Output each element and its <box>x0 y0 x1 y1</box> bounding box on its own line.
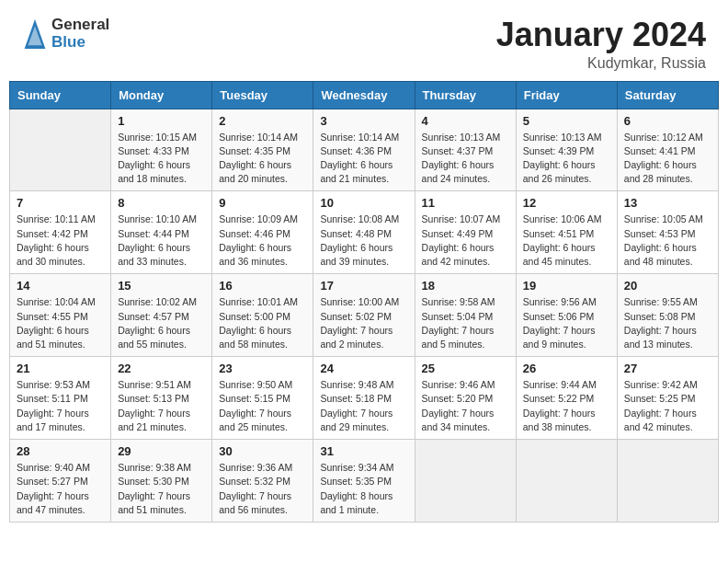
day-number: 14 <box>17 279 104 293</box>
calendar-cell: 11Sunrise: 10:07 AMSunset: 4:49 PMDaylig… <box>415 191 516 274</box>
weekday-header-wednesday: Wednesday <box>313 81 415 109</box>
day-info: Sunrise: 10:02 AMSunset: 4:57 PMDaylight… <box>118 295 205 351</box>
logo-general-text: General <box>51 17 109 34</box>
calendar-container: SundayMondayTuesdayWednesdayThursdayFrid… <box>0 81 728 532</box>
day-info: Sunrise: 10:06 AMSunset: 4:51 PMDaylight… <box>523 213 610 269</box>
day-info: Sunrise: 9:40 AMSunset: 5:27 PMDaylight:… <box>17 461 104 517</box>
day-number: 24 <box>320 362 407 375</box>
day-number: 6 <box>624 114 711 128</box>
calendar-cell: 1Sunrise: 10:15 AMSunset: 4:33 PMDayligh… <box>111 109 212 191</box>
day-number: 12 <box>523 196 610 210</box>
calendar-cell: 17Sunrise: 10:00 AMSunset: 5:02 PMDaylig… <box>313 274 415 357</box>
calendar-cell: 15Sunrise: 10:02 AMSunset: 4:57 PMDaylig… <box>111 274 212 357</box>
day-info: Sunrise: 9:44 AMSunset: 5:22 PMDaylight:… <box>523 378 610 434</box>
day-number: 19 <box>523 279 610 293</box>
day-number: 15 <box>118 279 205 293</box>
calendar-header: SundayMondayTuesdayWednesdayThursdayFrid… <box>10 81 719 109</box>
header: General Blue January 2024 Kudymkar, Russ… <box>0 0 728 81</box>
day-info: Sunrise: 10:13 AMSunset: 4:37 PMDaylight… <box>422 131 509 187</box>
week-row-4: 21Sunrise: 9:53 AMSunset: 5:11 PMDayligh… <box>10 357 719 440</box>
title-block: January 2024 Kudymkar, Russia <box>496 17 706 72</box>
day-number: 11 <box>422 196 509 210</box>
day-info: Sunrise: 10:05 AMSunset: 4:53 PMDaylight… <box>624 213 711 269</box>
day-info: Sunrise: 10:10 AMSunset: 4:44 PMDaylight… <box>118 213 205 269</box>
calendar-cell: 31Sunrise: 9:34 AMSunset: 5:35 PMDayligh… <box>313 440 415 523</box>
day-number: 16 <box>219 279 306 293</box>
calendar-cell: 21Sunrise: 9:53 AMSunset: 5:11 PMDayligh… <box>10 357 111 440</box>
calendar-cell: 3Sunrise: 10:14 AMSunset: 4:36 PMDayligh… <box>313 109 415 191</box>
day-info: Sunrise: 10:14 AMSunset: 4:35 PMDaylight… <box>219 131 306 187</box>
day-number: 5 <box>523 114 610 128</box>
calendar-cell: 20Sunrise: 9:55 AMSunset: 5:08 PMDayligh… <box>617 274 718 357</box>
calendar-cell: 26Sunrise: 9:44 AMSunset: 5:22 PMDayligh… <box>516 357 617 440</box>
calendar-cell: 12Sunrise: 10:06 AMSunset: 4:51 PMDaylig… <box>516 191 617 274</box>
day-number: 8 <box>118 196 205 210</box>
day-info: Sunrise: 9:48 AMSunset: 5:18 PMDaylight:… <box>320 378 407 434</box>
day-number: 25 <box>422 362 509 375</box>
day-number: 1 <box>118 114 205 128</box>
week-row-5: 28Sunrise: 9:40 AMSunset: 5:27 PMDayligh… <box>10 440 719 523</box>
calendar-cell: 23Sunrise: 9:50 AMSunset: 5:15 PMDayligh… <box>212 357 313 440</box>
weekday-header-friday: Friday <box>516 81 617 109</box>
day-info: Sunrise: 9:34 AMSunset: 5:35 PMDaylight:… <box>320 461 407 517</box>
day-number: 22 <box>118 362 205 375</box>
day-number: 23 <box>219 362 306 375</box>
day-info: Sunrise: 10:04 AMSunset: 4:55 PMDaylight… <box>17 295 104 351</box>
day-info: Sunrise: 9:56 AMSunset: 5:06 PMDaylight:… <box>523 295 610 351</box>
day-info: Sunrise: 10:00 AMSunset: 5:02 PMDaylight… <box>320 295 407 351</box>
calendar-cell: 28Sunrise: 9:40 AMSunset: 5:27 PMDayligh… <box>10 440 111 523</box>
day-number: 26 <box>523 362 610 375</box>
calendar-cell: 29Sunrise: 9:38 AMSunset: 5:30 PMDayligh… <box>111 440 212 523</box>
day-info: Sunrise: 10:09 AMSunset: 4:46 PMDaylight… <box>219 213 306 269</box>
calendar-cell: 27Sunrise: 9:42 AMSunset: 5:25 PMDayligh… <box>617 357 718 440</box>
day-info: Sunrise: 10:14 AMSunset: 4:36 PMDaylight… <box>320 131 407 187</box>
day-number: 20 <box>624 279 711 293</box>
day-info: Sunrise: 10:13 AMSunset: 4:39 PMDaylight… <box>523 131 610 187</box>
calendar-cell: 22Sunrise: 9:51 AMSunset: 5:13 PMDayligh… <box>111 357 212 440</box>
logo: General Blue <box>22 17 109 51</box>
calendar-cell <box>415 440 516 523</box>
weekday-header-sunday: Sunday <box>10 81 111 109</box>
location: Kudymkar, Russia <box>496 55 706 72</box>
day-number: 17 <box>320 279 407 293</box>
day-number: 21 <box>17 362 104 375</box>
day-info: Sunrise: 10:08 AMSunset: 4:48 PMDaylight… <box>320 213 407 269</box>
calendar-cell: 4Sunrise: 10:13 AMSunset: 4:37 PMDayligh… <box>415 109 516 191</box>
weekday-row: SundayMondayTuesdayWednesdayThursdayFrid… <box>10 81 719 109</box>
day-number: 10 <box>320 196 407 210</box>
calendar-body: 1Sunrise: 10:15 AMSunset: 4:33 PMDayligh… <box>10 109 719 522</box>
calendar-cell: 10Sunrise: 10:08 AMSunset: 4:48 PMDaylig… <box>313 191 415 274</box>
weekday-header-monday: Monday <box>111 81 212 109</box>
calendar-cell: 14Sunrise: 10:04 AMSunset: 4:55 PMDaylig… <box>10 274 111 357</box>
weekday-header-thursday: Thursday <box>415 81 516 109</box>
day-number: 28 <box>17 444 104 458</box>
day-info: Sunrise: 9:46 AMSunset: 5:20 PMDaylight:… <box>422 378 509 434</box>
calendar-cell: 30Sunrise: 9:36 AMSunset: 5:32 PMDayligh… <box>212 440 313 523</box>
calendar-cell <box>10 109 111 191</box>
week-row-3: 14Sunrise: 10:04 AMSunset: 4:55 PMDaylig… <box>10 274 719 357</box>
calendar-cell <box>516 440 617 523</box>
day-info: Sunrise: 9:53 AMSunset: 5:11 PMDaylight:… <box>17 378 104 434</box>
week-row-2: 7Sunrise: 10:11 AMSunset: 4:42 PMDayligh… <box>10 191 719 274</box>
calendar-cell: 18Sunrise: 9:58 AMSunset: 5:04 PMDayligh… <box>415 274 516 357</box>
day-info: Sunrise: 10:11 AMSunset: 4:42 PMDaylight… <box>17 213 104 269</box>
day-info: Sunrise: 10:07 AMSunset: 4:49 PMDaylight… <box>422 213 509 269</box>
day-info: Sunrise: 10:01 AMSunset: 5:00 PMDaylight… <box>219 295 306 351</box>
day-number: 9 <box>219 196 306 210</box>
day-number: 13 <box>624 196 711 210</box>
day-info: Sunrise: 9:42 AMSunset: 5:25 PMDaylight:… <box>624 378 711 434</box>
day-info: Sunrise: 9:51 AMSunset: 5:13 PMDaylight:… <box>118 378 205 434</box>
day-info: Sunrise: 9:36 AMSunset: 5:32 PMDaylight:… <box>219 461 306 517</box>
calendar-cell: 7Sunrise: 10:11 AMSunset: 4:42 PMDayligh… <box>10 191 111 274</box>
day-number: 30 <box>219 444 306 458</box>
weekday-header-tuesday: Tuesday <box>212 81 313 109</box>
day-info: Sunrise: 9:50 AMSunset: 5:15 PMDaylight:… <box>219 378 306 434</box>
calendar-cell: 6Sunrise: 10:12 AMSunset: 4:41 PMDayligh… <box>617 109 718 191</box>
calendar-cell <box>617 440 718 523</box>
calendar-cell: 25Sunrise: 9:46 AMSunset: 5:20 PMDayligh… <box>415 357 516 440</box>
calendar-cell: 13Sunrise: 10:05 AMSunset: 4:53 PMDaylig… <box>617 191 718 274</box>
day-info: Sunrise: 9:38 AMSunset: 5:30 PMDaylight:… <box>118 461 205 517</box>
calendar-table: SundayMondayTuesdayWednesdayThursdayFrid… <box>9 81 719 523</box>
month-title: January 2024 <box>496 17 706 53</box>
calendar-cell: 16Sunrise: 10:01 AMSunset: 5:00 PMDaylig… <box>212 274 313 357</box>
